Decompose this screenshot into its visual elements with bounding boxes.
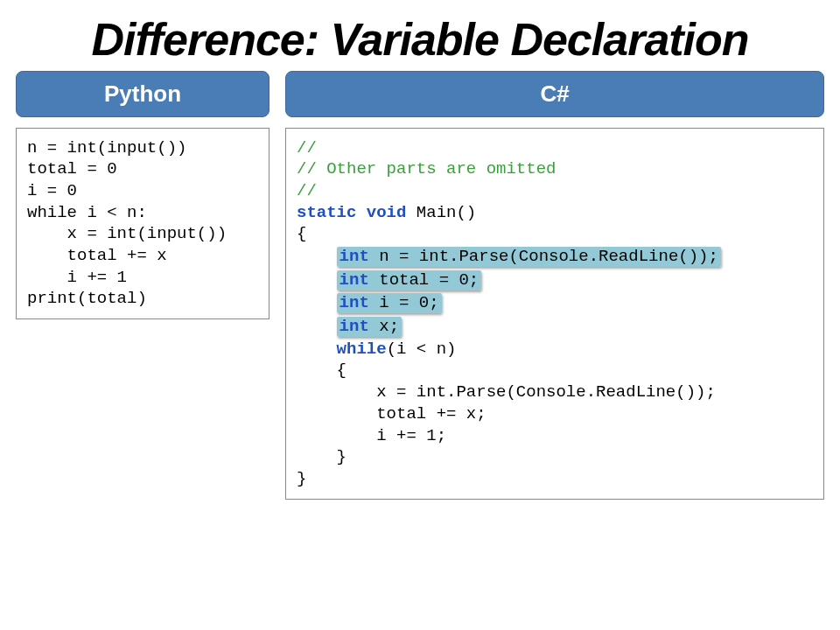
keyword: int: [340, 247, 369, 266]
keyword: int: [340, 317, 369, 336]
comment-line: // Other parts are omitted: [297, 159, 556, 178]
csharp-code: // // Other parts are omitted // static …: [285, 128, 824, 500]
highlight-decl: int n = int.Parse(Console.ReadLine());: [337, 247, 721, 267]
highlight-decl: int total = 0;: [337, 270, 482, 290]
highlight-decl: int i = 0;: [337, 293, 442, 313]
python-column: Python n = int(input()) total = 0 i = 0 …: [16, 71, 270, 500]
slide-title: Difference: Variable Declaration: [0, 0, 840, 71]
code-text: Main(): [406, 203, 476, 222]
columns: Python n = int(input()) total = 0 i = 0 …: [0, 71, 840, 500]
keyword: int: [340, 293, 369, 312]
csharp-column: C# // // Other parts are omitted // stat…: [285, 71, 824, 500]
code-text: total = 0;: [369, 270, 479, 290]
code-text: n = int.Parse(Console.ReadLine());: [369, 247, 718, 266]
comment-line: //: [297, 138, 317, 158]
code-text: {: [297, 360, 346, 380]
python-badge: Python: [16, 71, 270, 117]
python-code: n = int(input()) total = 0 i = 0 while i…: [16, 128, 270, 320]
code-text: i += 1;: [297, 426, 446, 445]
comment-line: //: [297, 181, 317, 200]
highlight-decl: int x;: [337, 317, 402, 337]
code-text: }: [297, 447, 346, 466]
csharp-badge: C#: [285, 71, 824, 117]
code-text: }: [297, 469, 306, 488]
code-text: {: [297, 224, 306, 243]
code-text: (i < n): [387, 340, 457, 359]
code-text: i = 0;: [369, 293, 439, 312]
keyword: static void: [297, 203, 406, 222]
code-text: x = int.Parse(Console.ReadLine());: [297, 382, 716, 402]
keyword: while: [337, 340, 387, 359]
code-text: x;: [369, 317, 399, 336]
code-text: total += x;: [297, 404, 486, 424]
keyword: int: [340, 270, 369, 290]
